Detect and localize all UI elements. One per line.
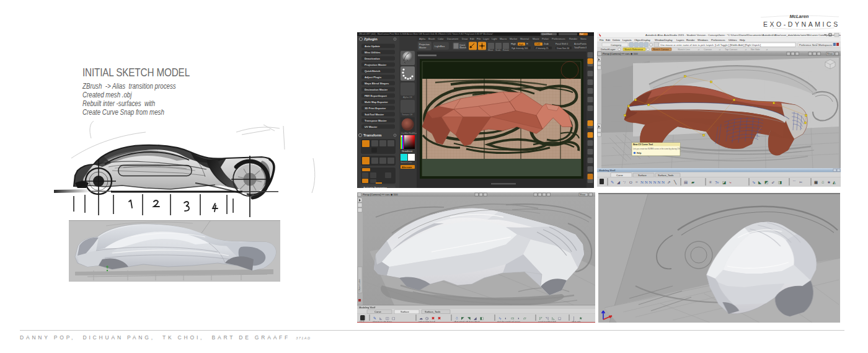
svg-text:Preferences: Preferences (552, 37, 565, 40)
svg-text:Maya Blend Shapes: Maya Blend Shapes (365, 82, 389, 85)
svg-text:Net Side: Net Side (751, 48, 760, 51)
svg-text:Preferences: Preferences (711, 38, 725, 42)
svg-text:Projection: Projection (419, 43, 430, 46)
svg-text:◣: ◣ (758, 180, 761, 184)
svg-text:◫: ◫ (386, 316, 389, 320)
svg-text:Top Canvas: Top Canvas (725, 48, 737, 51)
svg-text:◤: ◤ (461, 316, 464, 320)
svg-text:▤: ▤ (684, 180, 688, 184)
svg-text:✎: ✎ (611, 180, 614, 184)
svg-text:⊿: ⊿ (698, 48, 699, 51)
svg-text:◢: ◢ (474, 316, 477, 320)
svg-text:Render: Render (569, 37, 578, 40)
svg-text:Light: Light (492, 37, 498, 40)
svg-text:FBX ExportImport: FBX ExportImport (365, 94, 387, 97)
svg-text:Sketch Line: Sketch Line (678, 48, 690, 51)
svg-text:▱: ▱ (523, 316, 526, 320)
svg-text:Transform: Transform (363, 133, 381, 137)
svg-text:✂: ✂ (799, 180, 803, 184)
svg-text:Color: Color (438, 37, 444, 40)
svg-text:Material: Material (520, 37, 529, 40)
svg-text:Sketch Canvas: Sketch Canvas (653, 48, 669, 51)
svg-text:H: H (526, 43, 528, 45)
svg-text:Draw: Draw (462, 37, 467, 40)
svg-text:≡: ≡ (636, 180, 638, 185)
svg-text:Lets you create two NURBS curv: Lets you create two NURBS curves in the … (633, 148, 681, 150)
svg-text:⊿: ⊿ (719, 48, 720, 51)
svg-text:McLaren: McLaren (790, 14, 809, 19)
svg-text:Macro: Macro (500, 37, 507, 40)
svg-text:New CV Curve Tool: New CV Curve Tool (633, 143, 653, 146)
svg-text:◪: ◪ (722, 180, 726, 184)
svg-text:⇗: ⇗ (667, 180, 670, 184)
svg-text:Activate Symmetry: Activate Symmetry (363, 186, 387, 189)
svg-text:Brush: Brush (428, 37, 435, 40)
svg-text:Alpha Off: Alpha Off (403, 96, 412, 99)
svg-text:Marker: Marker (510, 37, 518, 40)
svg-text:Zplugin: Zplugin (364, 37, 378, 41)
svg-text:⇘: ⇘ (752, 180, 755, 184)
svg-text:✖: ✖ (438, 316, 441, 320)
svg-text:Zsub: Zsub (544, 43, 549, 45)
svg-text:ObjectDisplay: ObjectDisplay (634, 38, 651, 42)
svg-text:◸: ◸ (539, 316, 542, 320)
svg-text:Focal Shift 0: Focal Shift 0 (556, 43, 568, 45)
svg-text:Autodesk Alias AutoStudio 2015: Autodesk Alias AutoStudio 2015 - Student… (645, 34, 841, 37)
svg-text:ˉ/: ˉ/ (623, 180, 626, 184)
svg-text:3D Print Exporter: 3D Print Exporter (365, 107, 386, 110)
svg-text:⊿: ⊿ (766, 48, 768, 51)
svg-text:O: O (629, 180, 632, 184)
svg-text:LightBox: LightBox (435, 45, 445, 48)
svg-text:Sketch Reference: Sketch Reference (624, 48, 643, 51)
svg-text:High: High (511, 42, 516, 45)
svg-text:Surface_Tools: Surface_Tools (658, 174, 673, 177)
svg-text:Zadd: Zadd (535, 43, 540, 45)
svg-text:◭: ◭ (833, 180, 836, 184)
svg-text:Surface_Tools: Surface_Tools (425, 310, 440, 313)
svg-text:SubTool Master: SubTool Master (365, 113, 384, 116)
svg-text:⌒: ⌒ (792, 180, 797, 184)
svg-text:Rgb Intensity 100: Rgb Intensity 100 (512, 47, 528, 50)
svg-text:Z Intensity 25: Z Intensity 25 (536, 47, 548, 50)
svg-text:✎: ✎ (373, 316, 376, 320)
svg-text:▢: ▢ (392, 316, 396, 320)
svg-text:Tool: Tool (580, 33, 583, 35)
svg-text:Document: Document (447, 37, 459, 40)
svg-text:▭: ▭ (511, 316, 515, 320)
svg-text:◣: ◣ (379, 316, 383, 320)
svg-text:DefaultLayer: DefaultLayer (601, 48, 616, 51)
svg-text:◥: ◥ (467, 316, 471, 320)
svg-text:Show: Show (827, 53, 833, 55)
svg-text:Category: Category (611, 43, 622, 47)
svg-text:Show: Show (580, 194, 585, 196)
svg-text:File: File (600, 38, 604, 42)
svg-text:Master: Master (419, 47, 427, 49)
svg-text:⤷: ⤷ (729, 180, 732, 184)
svg-text:✳: ✳ (709, 180, 712, 184)
svg-text:Decimation Master: Decimation Master (365, 88, 388, 91)
svg-text:★: ★ (827, 180, 831, 184)
svg-text:◺: ◺ (552, 316, 555, 320)
svg-text:Help: Help (740, 38, 745, 42)
svg-text:Gradient: Gradient (402, 150, 413, 153)
svg-text:Canvas: Canvas (704, 48, 712, 51)
svg-text:◨: ◨ (778, 180, 782, 184)
svg-text:◐: ◐ (505, 316, 507, 320)
svg-text:Sketch: Sketch (459, 47, 466, 49)
svg-text:Transpose Master: Transpose Master (365, 119, 387, 122)
svg-text:▰: ▰ (691, 180, 694, 184)
svg-text:Surface: Surface (401, 310, 410, 313)
svg-text:Layers: Layers (676, 38, 684, 42)
svg-text:Persp [Camera] «» sws ◉ 100: Persp [Camera] «» sws ◉ 100 (603, 52, 638, 55)
svg-text:Curve: Curve (616, 174, 623, 177)
svg-text:◹: ◹ (546, 316, 549, 320)
svg-text:Adjust Plugin: Adjust Plugin (365, 76, 381, 79)
svg-text:Draw Size 64: Draw Size 64 (557, 47, 569, 50)
svg-text:◢: ◢ (617, 180, 620, 184)
svg-text:CurMat RedWax: CurMat RedWax (401, 132, 417, 135)
svg-text:UV Master: UV Master (365, 125, 378, 128)
svg-text:Help: Help (637, 152, 641, 154)
svg-text:Use mouse or enter name of ite: Use mouse or enter name of item to pick … (660, 43, 761, 47)
svg-text:⁊v: ⁊v (715, 180, 719, 184)
svg-text:✖: ✖ (432, 316, 435, 320)
